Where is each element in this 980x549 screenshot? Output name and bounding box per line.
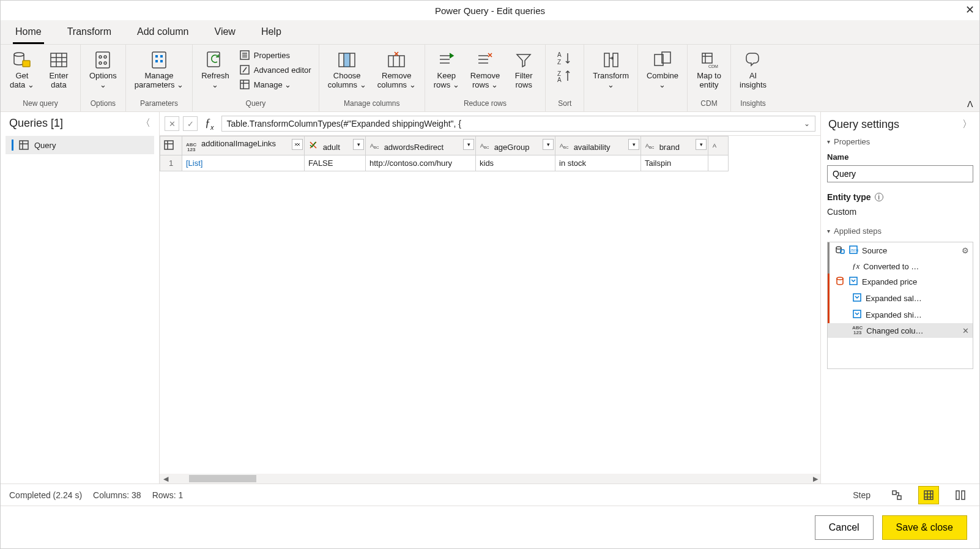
applied-steps-toggle[interactable]: Applied steps — [827, 226, 973, 236]
grid-view-button[interactable] — [918, 486, 939, 504]
expand-column-button[interactable] — [292, 139, 303, 150]
cell[interactable]: [List] — [182, 155, 305, 171]
formula-expand-icon[interactable]: ⌄ — [804, 119, 810, 128]
formula-commit-button[interactable]: ✓ — [183, 116, 198, 131]
col-filter-button[interactable]: ▾ — [463, 139, 474, 150]
col-brand[interactable]: ABC brand ▾ — [641, 136, 708, 155]
fx-icon: ƒx — [201, 117, 218, 131]
manage-button[interactable]: Manage ⌄ — [237, 78, 314, 91]
advanced-editor-button[interactable]: Advanced editor — [237, 63, 314, 77]
gear-icon[interactable]: ⚙ — [962, 246, 969, 255]
ribbon-group-transform: Transform ⌄ — [584, 45, 638, 111]
properties-button[interactable]: Properties — [237, 48, 314, 62]
data-grid[interactable]: ABC123 additionalImageLinks adult ▾ ABC — [160, 136, 820, 474]
svg-rect-86 — [956, 491, 959, 499]
transform-label: Transform ⌄ — [593, 72, 629, 90]
keep-rows-icon — [436, 50, 457, 70]
remove-rows-icon — [475, 50, 496, 70]
cell[interactable]: Tailspin — [641, 155, 708, 171]
ribbon-collapse-button[interactable]: ᐱ — [961, 97, 979, 111]
query-list-item[interactable]: Query — [6, 136, 154, 154]
tab-help[interactable]: Help — [259, 23, 284, 44]
ribbon-group-manage-columns: Choose columns ⌄ Remove columns ⌄ Manage… — [319, 45, 425, 111]
ai-insights-button[interactable]: AI insights — [736, 47, 770, 92]
step-label: Expanded shi… — [866, 310, 922, 319]
cell[interactable]: in stock — [555, 155, 641, 171]
delete-step-icon[interactable]: ✕ — [962, 326, 969, 335]
step-nav-button[interactable]: Step — [844, 488, 875, 502]
cell[interactable]: FALSE — [305, 155, 366, 171]
get-data-button[interactable]: Get data ⌄ — [6, 47, 39, 92]
svg-rect-1 — [23, 61, 30, 67]
svg-rect-79 — [893, 491, 896, 495]
ribbon-group-combine: Combine ⌄ — [638, 45, 688, 111]
step-source[interactable]: JSON Source ⚙ — [828, 242, 973, 259]
step-changed-column-type[interactable]: ABC123 Changed colu… ✕ — [828, 323, 973, 338]
formula-cancel-button[interactable]: ✕ — [165, 116, 179, 131]
cell[interactable] — [708, 155, 729, 171]
horizontal-scrollbar[interactable]: ◀ ▶ — [160, 474, 820, 484]
queries-collapse-icon[interactable]: 〈 — [141, 117, 150, 130]
svg-point-0 — [14, 53, 24, 56]
step-expanded-shipping[interactable]: Expanded shi… — [828, 307, 973, 323]
formula-bar: ✕ ✓ ƒx Table.TransformColumnTypes(#"Expa… — [160, 112, 820, 136]
step-converted[interactable]: ƒx Converted to … — [828, 259, 973, 274]
col-filter-button[interactable]: ▾ — [628, 139, 639, 150]
filter-rows-button[interactable]: Filter rows — [507, 47, 540, 92]
table-row[interactable]: 1 [List] FALSE http://contoso.com/hury k… — [160, 155, 729, 171]
settings-collapse-icon[interactable]: 〉 — [962, 118, 972, 131]
col-ageGroup[interactable]: ABC ageGroup ▾ — [476, 136, 555, 155]
refresh-button[interactable]: Refresh ⌄ — [198, 47, 233, 92]
scrollbar-thumb[interactable] — [189, 475, 256, 482]
remove-columns-button[interactable]: Remove columns ⌄ — [374, 47, 420, 92]
app-window: Power Query - Edit queries ✕ Home Transf… — [0, 0, 980, 549]
parameters-icon — [149, 50, 169, 70]
diagram-view-button[interactable] — [886, 486, 907, 504]
transform-button[interactable]: Transform ⌄ — [589, 47, 633, 92]
schema-view-button[interactable] — [950, 486, 971, 504]
cell[interactable]: http://contoso.com/hury — [366, 155, 476, 171]
info-icon[interactable]: i — [875, 193, 883, 201]
col-adult[interactable]: adult ▾ — [305, 136, 366, 155]
map-to-entity-button[interactable]: CDM Map to entity — [692, 47, 726, 92]
tab-add-column[interactable]: Add column — [135, 23, 191, 44]
formula-input[interactable]: Table.TransformColumnTypes(#"Expanded sh… — [221, 116, 816, 132]
col-filter-button[interactable]: ▾ — [696, 139, 707, 150]
table-corner[interactable] — [160, 136, 182, 155]
col-filter-button[interactable]: ▾ — [353, 139, 364, 150]
step-expanded-price[interactable]: Expanded price — [828, 274, 973, 290]
enter-data-button[interactable]: Enter data — [42, 47, 75, 92]
options-button[interactable]: Options ⌄ — [86, 47, 121, 92]
svg-text:C: C — [651, 146, 655, 149]
remove-columns-icon — [386, 50, 407, 70]
tab-transform[interactable]: Transform — [65, 23, 114, 44]
tab-view[interactable]: View — [212, 23, 238, 44]
sort-button[interactable]: AZ ZA — [551, 47, 579, 89]
col-label: additionalImageLinks — [201, 139, 276, 148]
save-close-button[interactable]: Save & close — [882, 515, 967, 540]
choose-columns-button[interactable]: Choose columns ⌄ — [324, 47, 370, 92]
json-icon: JSON — [848, 245, 858, 256]
col-label: availability — [574, 143, 611, 152]
query-name-input[interactable] — [827, 165, 973, 182]
combine-button[interactable]: Combine ⌄ — [643, 47, 682, 92]
col-filter-button[interactable]: ▾ — [543, 139, 554, 150]
col-more[interactable]: A — [708, 136, 729, 155]
refresh-icon — [205, 50, 226, 70]
col-adwordsRedirect[interactable]: ABC adwordsRedirect ▾ — [366, 136, 476, 155]
cell[interactable]: kids — [476, 155, 555, 171]
formula-text: Table.TransformColumnTypes(#"Expanded sh… — [227, 119, 461, 129]
properties-section-toggle[interactable]: Properties — [827, 137, 973, 146]
svg-rect-16 — [160, 60, 163, 62]
cancel-button[interactable]: Cancel — [815, 515, 874, 540]
col-additionalImageLinks[interactable]: ABC123 additionalImageLinks — [182, 136, 305, 155]
tab-home[interactable]: Home — [13, 23, 44, 44]
group-label-new-query: New query — [23, 98, 58, 110]
col-availability[interactable]: ABC availability ▾ — [555, 136, 641, 155]
close-icon[interactable]: ✕ — [965, 3, 974, 17]
step-expanded-sale[interactable]: Expanded sal… — [828, 290, 973, 307]
keep-rows-button[interactable]: Keep rows ⌄ — [430, 47, 463, 92]
step-label: Expanded sal… — [866, 294, 922, 303]
remove-rows-button[interactable]: Remove rows ⌄ — [467, 47, 503, 92]
manage-parameters-button[interactable]: Manage parameters ⌄ — [131, 47, 187, 92]
